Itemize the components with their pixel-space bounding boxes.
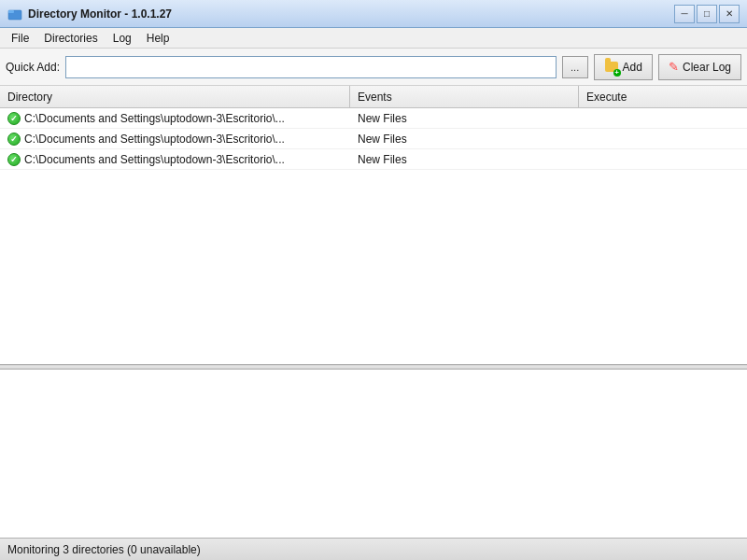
column-header-events: Events <box>350 86 579 107</box>
table-header: Directory Events Execute <box>0 86 747 108</box>
add-folder-icon: + <box>604 60 619 75</box>
table-row[interactable]: ✓C:\Documents and Settings\uptodown-3\Es… <box>0 108 747 129</box>
status-icon: ✓ <box>7 133 21 146</box>
quick-add-label: Quick Add: <box>6 61 60 74</box>
browse-button[interactable]: ... <box>562 56 588 78</box>
app-icon <box>7 7 22 21</box>
table-row[interactable]: ✓C:\Documents and Settings\uptodown-3\Es… <box>0 129 747 149</box>
column-header-directory: Directory <box>0 86 350 107</box>
status-bar: Monitoring 3 directories (0 unavailable) <box>0 538 747 560</box>
toolbar: Quick Add: ... + Add ✎ Clear Log <box>0 49 747 86</box>
column-header-execute: Execute <box>579 86 747 107</box>
status-icon: ✓ <box>7 112 21 125</box>
row-directory-0: ✓C:\Documents and Settings\uptodown-3\Es… <box>0 112 350 125</box>
directory-table: ✓C:\Documents and Settings\uptodown-3\Es… <box>0 108 747 364</box>
log-area <box>0 370 747 538</box>
row-events-2: New Files <box>350 153 579 166</box>
menu-bar: File Directories Log Help <box>0 28 747 49</box>
eraser-icon: ✎ <box>669 60 679 74</box>
maximize-button[interactable]: □ <box>697 5 717 23</box>
menu-directories[interactable]: Directories <box>36 28 105 49</box>
row-events-0: New Files <box>350 112 579 125</box>
menu-file[interactable]: File <box>4 28 36 49</box>
clear-log-button[interactable]: ✎ Clear Log <box>658 54 741 80</box>
status-text: Monitoring 3 directories (0 unavailable) <box>7 543 201 556</box>
row-directory-2: ✓C:\Documents and Settings\uptodown-3\Es… <box>0 153 350 166</box>
row-directory-1: ✓C:\Documents and Settings\uptodown-3\Es… <box>0 133 350 146</box>
close-button[interactable]: ✕ <box>719 5 740 23</box>
row-events-1: New Files <box>350 133 579 146</box>
svg-rect-1 <box>8 10 14 13</box>
window-title: Directory Monitor - 1.0.1.27 <box>28 7 674 21</box>
table-row[interactable]: ✓C:\Documents and Settings\uptodown-3\Es… <box>0 149 747 170</box>
title-bar: Directory Monitor - 1.0.1.27 ─ □ ✕ <box>0 0 747 28</box>
add-button[interactable]: + Add <box>594 54 653 80</box>
minimize-button[interactable]: ─ <box>674 5 695 23</box>
menu-log[interactable]: Log <box>106 28 139 49</box>
quick-add-input[interactable] <box>65 56 557 78</box>
status-icon: ✓ <box>7 153 21 166</box>
window-controls: ─ □ ✕ <box>674 5 740 23</box>
menu-help[interactable]: Help <box>139 28 177 49</box>
